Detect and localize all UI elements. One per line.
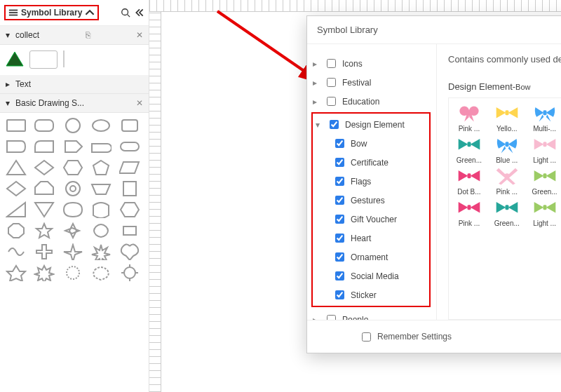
checkbox[interactable]: [327, 59, 336, 68]
basic-shape[interactable]: [119, 201, 140, 218]
checkbox[interactable]: [335, 158, 344, 167]
basic-shape[interactable]: [6, 138, 27, 155]
basic-shape[interactable]: [62, 264, 83, 281]
symbol-item[interactable]: Light ...: [527, 198, 561, 227]
remember-settings[interactable]: Remember Settings: [359, 330, 452, 344]
collect-swatch[interactable]: [29, 50, 58, 69]
basic-shape[interactable]: [90, 159, 111, 176]
basic-shape[interactable]: [90, 264, 111, 281]
basic-shape[interactable]: [90, 201, 111, 218]
basic-shape[interactable]: [6, 180, 27, 197]
symbol-library-button[interactable]: Symbol Library: [4, 5, 99, 20]
tree-child[interactable]: Social Media: [331, 266, 428, 285]
section-basic-drawing[interactable]: ▾ Basic Drawing S... ✕: [0, 94, 149, 113]
basic-shape[interactable]: [90, 138, 111, 155]
symbol-item[interactable]: Light ...: [527, 135, 561, 164]
basic-shape[interactable]: [6, 222, 27, 239]
symbol-item[interactable]: Green...: [527, 167, 561, 196]
tree-child[interactable]: Sticker: [331, 285, 428, 304]
basic-shape[interactable]: [62, 138, 83, 155]
checkbox[interactable]: [335, 290, 344, 299]
basic-shape[interactable]: [34, 159, 55, 176]
tree-child[interactable]: Certificate: [331, 153, 428, 172]
symbol-item[interactable]: Pink ...: [452, 104, 487, 133]
basic-shape[interactable]: [34, 180, 55, 197]
tree-child[interactable]: Ornament: [331, 248, 428, 266]
symbol-item[interactable]: Green...: [489, 198, 525, 227]
basic-shape[interactable]: [34, 117, 55, 134]
basic-shape[interactable]: [119, 264, 140, 281]
basic-shape[interactable]: [6, 243, 27, 260]
checkbox[interactable]: [327, 315, 336, 320]
bow-icon: [495, 198, 519, 217]
basic-shape[interactable]: [62, 117, 83, 134]
close-icon[interactable]: ✕: [136, 30, 143, 40]
tree-child[interactable]: Heart: [331, 229, 428, 248]
checkbox[interactable]: [335, 271, 344, 281]
section-collect[interactable]: ▾ collect ⎘ ✕: [0, 26, 149, 45]
section-text[interactable]: ▸ Text: [0, 75, 149, 94]
basic-shape[interactable]: [6, 117, 27, 134]
checkbox[interactable]: [335, 196, 344, 205]
collapse-icon[interactable]: [135, 8, 144, 18]
search-icon[interactable]: [121, 8, 130, 18]
basic-shape[interactable]: [34, 264, 55, 281]
basic-shape[interactable]: [34, 243, 55, 260]
tree-node-festival[interactable]: ▸Festival: [311, 73, 431, 92]
basic-shape[interactable]: [119, 117, 140, 134]
basic-shape[interactable]: [6, 201, 27, 218]
tree-child[interactable]: Gift Voucher: [331, 210, 428, 229]
symbol-item[interactable]: Pink ...: [489, 167, 525, 196]
symbol-item[interactable]: Yello...: [489, 104, 525, 133]
checkbox[interactable]: [335, 215, 344, 224]
checkbox[interactable]: [327, 97, 336, 106]
basic-shape[interactable]: [119, 138, 140, 155]
tree-child[interactable]: Flags: [331, 172, 428, 191]
dialog-titlebar: Symbol Library ✕: [307, 16, 561, 44]
basic-shape[interactable]: [90, 180, 111, 197]
symbol-item[interactable]: Green...: [452, 135, 487, 164]
checkbox[interactable]: [330, 120, 339, 129]
symbol-item[interactable]: Dot B...: [452, 167, 487, 196]
checkbox[interactable]: [335, 177, 344, 186]
basic-shape[interactable]: [62, 180, 83, 197]
checkbox[interactable]: [335, 234, 344, 243]
symbol-grid-wrap[interactable]: Pink ...Yello...Multi-...Red B...Gift R.…: [448, 97, 561, 320]
basic-shape[interactable]: [62, 243, 83, 260]
symbol-item[interactable]: Multi-...: [527, 104, 561, 133]
basic-shape[interactable]: [34, 138, 55, 155]
svg-rect-4: [7, 120, 25, 131]
close-icon[interactable]: ✕: [136, 98, 143, 108]
tree-node-icons[interactable]: ▸Icons: [311, 54, 431, 73]
basic-shape[interactable]: [34, 201, 55, 218]
basic-shape[interactable]: [90, 117, 111, 134]
basic-shape[interactable]: [34, 222, 55, 239]
checkbox[interactable]: [327, 78, 336, 87]
tree-node-education[interactable]: ▸Education: [311, 92, 431, 111]
collect-shape-triangle[interactable]: [6, 50, 24, 69]
basic-shape[interactable]: [119, 243, 140, 260]
pin-icon[interactable]: ⎘: [86, 30, 90, 40]
checkbox[interactable]: [362, 332, 371, 342]
basic-shape[interactable]: [6, 159, 27, 176]
symbol-label: Green...: [494, 219, 520, 227]
basic-shape[interactable]: [119, 222, 140, 239]
basic-shape[interactable]: [90, 243, 111, 260]
basic-shape[interactable]: [62, 222, 83, 239]
basic-shape[interactable]: [119, 159, 140, 176]
basic-shape[interactable]: [90, 222, 111, 239]
tree-node-design-element[interactable]: ▾Design Element: [314, 115, 428, 134]
tree-child[interactable]: Bow: [331, 134, 428, 153]
svg-rect-31: [543, 173, 546, 178]
checkbox[interactable]: [335, 252, 344, 262]
tree-node-people[interactable]: ▸People: [311, 310, 431, 320]
basic-shape[interactable]: [6, 264, 27, 281]
dialog-footer: Remember Settings OK Cancel: [307, 320, 561, 353]
basic-shape[interactable]: [62, 159, 83, 176]
symbol-item[interactable]: Pink ...: [452, 198, 487, 227]
checkbox[interactable]: [335, 139, 344, 148]
symbol-item[interactable]: Blue ...: [489, 135, 525, 164]
basic-shape[interactable]: [119, 180, 140, 197]
basic-shape[interactable]: [62, 201, 83, 218]
tree-child[interactable]: Gestures: [331, 191, 428, 210]
